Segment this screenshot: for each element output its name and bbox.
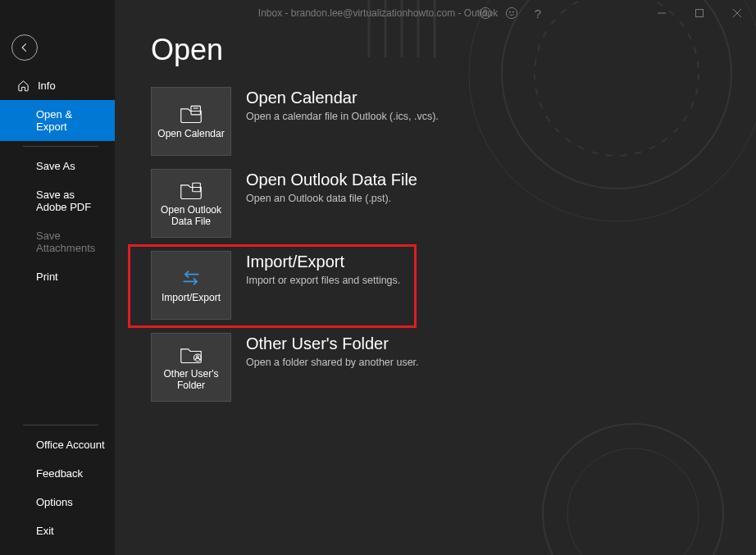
divider bbox=[23, 146, 98, 147]
backstage-sidebar: Info Open & Export Save As Save as Adobe… bbox=[0, 0, 115, 555]
maximize-button[interactable] bbox=[681, 0, 718, 26]
button-label: Other User's Folder bbox=[155, 369, 227, 392]
import-export-icon bbox=[180, 266, 203, 289]
sidebar-item-exit[interactable]: Exit bbox=[0, 516, 115, 545]
svg-point-11 bbox=[484, 10, 487, 13]
open-outlook-data-file-button[interactable]: Open Outlook Data File bbox=[151, 169, 231, 238]
home-icon bbox=[16, 79, 30, 92]
sidebar-item-save-as-adobe-pdf[interactable]: Save as Adobe PDF bbox=[0, 180, 115, 221]
account-icon[interactable] bbox=[472, 0, 499, 26]
row-title: Open Outlook Data File bbox=[246, 171, 417, 189]
import-export-button[interactable]: Import/Export bbox=[151, 251, 231, 320]
open-calendar-button[interactable]: Open Calendar bbox=[151, 87, 231, 156]
row-desc: Import or export files and settings. bbox=[246, 275, 400, 286]
button-label: Open Calendar bbox=[157, 129, 224, 140]
sidebar-item-save-as[interactable]: Save As bbox=[0, 152, 115, 180]
row-title: Other User's Folder bbox=[246, 334, 419, 353]
svg-point-13 bbox=[509, 11, 510, 12]
back-button[interactable] bbox=[11, 34, 38, 61]
sidebar-item-print[interactable]: Print bbox=[0, 262, 115, 291]
help-icon[interactable]: ? bbox=[525, 0, 551, 26]
coming-soon-icon[interactable] bbox=[499, 0, 525, 26]
row-title: Import/Export bbox=[246, 252, 400, 271]
svg-rect-19 bbox=[191, 106, 200, 115]
data-file-icon bbox=[180, 179, 203, 202]
row-desc: Open a folder shared by another user. bbox=[246, 357, 419, 368]
sidebar-item-feedback[interactable]: Feedback bbox=[0, 459, 115, 488]
sidebar-item-office-account[interactable]: Office Account bbox=[0, 430, 115, 459]
user-folder-icon bbox=[180, 343, 203, 366]
main-content: Open Open Calendar Open Calendar Open a … bbox=[115, 0, 756, 555]
divider bbox=[23, 425, 98, 425]
sidebar-item-options[interactable]: Options bbox=[0, 488, 115, 516]
import-export-row: Import/Export Import/Export Import or ex… bbox=[151, 251, 723, 320]
row-desc: Open an Outlook data file (.pst). bbox=[246, 193, 417, 204]
other-users-folder-button[interactable]: Other User's Folder bbox=[151, 333, 231, 402]
row-desc: Open a calendar file in Outlook (.ics, .… bbox=[246, 111, 439, 122]
row-title: Open Calendar bbox=[246, 89, 439, 107]
sidebar-item-open-export[interactable]: Open & Export bbox=[0, 100, 115, 141]
minimize-button[interactable] bbox=[643, 0, 681, 26]
button-label: Import/Export bbox=[162, 293, 221, 304]
sidebar-item-save-attachments: Save Attachments bbox=[0, 221, 115, 262]
page-title: Open bbox=[151, 33, 723, 67]
close-button[interactable] bbox=[718, 0, 756, 26]
sidebar-item-label: Info bbox=[38, 80, 56, 92]
calendar-folder-icon bbox=[180, 102, 203, 125]
svg-point-12 bbox=[506, 7, 517, 18]
button-label: Open Outlook Data File bbox=[155, 205, 227, 228]
open-calendar-row: Open Calendar Open Calendar Open a calen… bbox=[151, 87, 723, 156]
open-data-file-row: Open Outlook Data File Open Outlook Data… bbox=[151, 169, 723, 238]
svg-point-14 bbox=[512, 11, 513, 12]
window-title-text: Inbox - brandon.lee@virtualizationhowto.… bbox=[258, 7, 498, 19]
svg-point-23 bbox=[197, 356, 199, 358]
other-users-folder-row: Other User's Folder Other User's Folder … bbox=[151, 333, 723, 402]
svg-rect-16 bbox=[696, 10, 704, 17]
sidebar-item-info[interactable]: Info bbox=[0, 71, 115, 100]
sidebar-item-label: Open & Export bbox=[36, 108, 105, 133]
